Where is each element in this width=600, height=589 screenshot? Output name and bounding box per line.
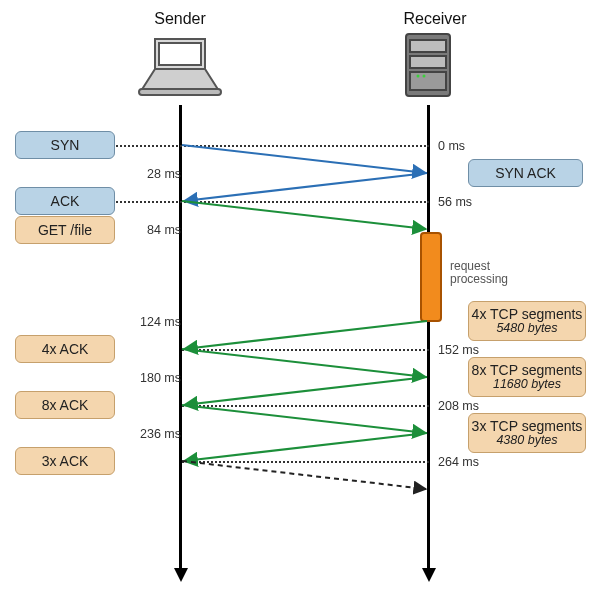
tick-line bbox=[113, 201, 429, 203]
svg-line-9 bbox=[184, 173, 427, 201]
svg-line-12 bbox=[182, 349, 426, 377]
time-180: 180 ms bbox=[140, 371, 181, 385]
time-152: 152 ms bbox=[438, 343, 479, 357]
event-ack8: 8x ACK bbox=[15, 391, 115, 419]
svg-rect-4 bbox=[410, 56, 446, 68]
event-seg3: 3x TCP segments 4380 bytes bbox=[468, 413, 586, 453]
time-28: 28 ms bbox=[147, 167, 181, 181]
seg8-bytes: 11680 bytes bbox=[493, 378, 561, 391]
svg-point-6 bbox=[417, 75, 420, 78]
svg-line-14 bbox=[182, 405, 426, 433]
seg3-label: 3x TCP segments bbox=[472, 419, 583, 433]
seg8-label: 8x TCP segments bbox=[472, 363, 583, 377]
svg-line-10 bbox=[182, 201, 426, 229]
tick-line bbox=[182, 405, 429, 407]
time-56: 56 ms bbox=[438, 195, 472, 209]
arrowhead-icon bbox=[174, 568, 188, 582]
time-0: 0 ms bbox=[438, 139, 465, 153]
svg-line-11 bbox=[184, 321, 427, 349]
svg-point-7 bbox=[423, 75, 426, 78]
svg-line-13 bbox=[184, 377, 427, 405]
tick-line bbox=[182, 349, 429, 351]
event-ack4: 4x ACK bbox=[15, 335, 115, 363]
arrowhead-icon bbox=[422, 568, 436, 582]
seg3-bytes: 4380 bytes bbox=[496, 434, 557, 447]
svg-line-15 bbox=[184, 433, 427, 461]
event-seg8: 8x TCP segments 11680 bytes bbox=[468, 357, 586, 397]
time-264: 264 ms bbox=[438, 455, 479, 469]
processing-label: request processing bbox=[450, 260, 508, 286]
svg-rect-1 bbox=[139, 89, 221, 95]
svg-line-8 bbox=[182, 145, 426, 173]
event-seg4: 4x TCP segments 5480 bytes bbox=[468, 301, 586, 341]
time-84: 84 ms bbox=[147, 223, 181, 237]
seg4-label: 4x TCP segments bbox=[472, 307, 583, 321]
event-syn: SYN bbox=[15, 131, 115, 159]
event-get: GET /file bbox=[15, 216, 115, 244]
seg4-bytes: 5480 bytes bbox=[496, 322, 557, 335]
receiver-lifeline bbox=[427, 105, 430, 569]
time-236: 236 ms bbox=[140, 427, 181, 441]
time-124: 124 ms bbox=[140, 315, 181, 329]
processing-bar bbox=[420, 232, 442, 322]
laptop-icon bbox=[135, 35, 225, 104]
event-ack3: 3x ACK bbox=[15, 447, 115, 475]
svg-rect-0 bbox=[159, 43, 201, 65]
message-arrows bbox=[0, 0, 600, 589]
event-ack: ACK bbox=[15, 187, 115, 215]
tick-line bbox=[113, 145, 429, 147]
svg-rect-5 bbox=[410, 72, 446, 90]
time-208: 208 ms bbox=[438, 399, 479, 413]
sender-title: Sender bbox=[120, 10, 240, 28]
event-synack: SYN ACK bbox=[468, 159, 583, 187]
receiver-title: Receiver bbox=[380, 10, 490, 28]
server-icon bbox=[398, 30, 458, 109]
tick-line bbox=[182, 461, 429, 463]
svg-line-16 bbox=[182, 461, 426, 489]
svg-rect-3 bbox=[410, 40, 446, 52]
sequence-diagram: Sender Receiver bbox=[0, 0, 600, 589]
